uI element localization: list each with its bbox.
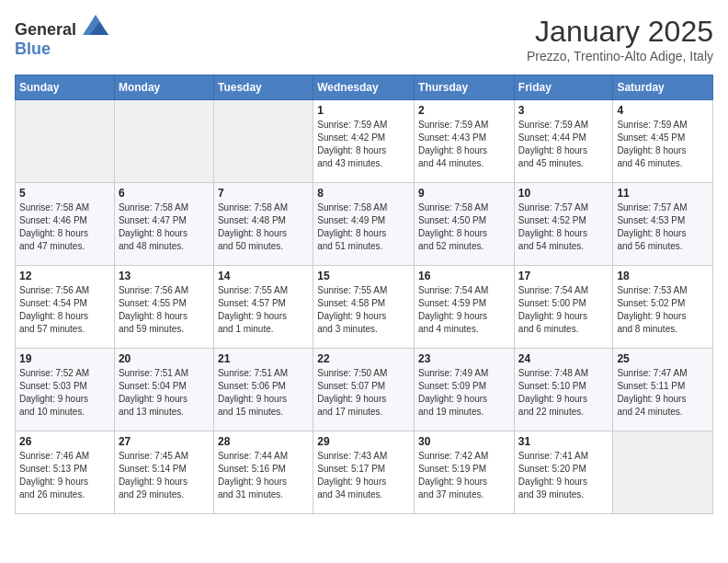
- calendar-week-row: 19Sunrise: 7:52 AM Sunset: 5:03 PM Dayli…: [16, 349, 713, 431]
- day-number: 12: [19, 270, 110, 282]
- weekday-header-monday: Monday: [114, 75, 213, 100]
- calendar-cell: 22Sunrise: 7:50 AM Sunset: 5:07 PM Dayli…: [313, 349, 415, 431]
- day-info: Sunrise: 7:58 AM Sunset: 4:48 PM Dayligh…: [218, 201, 309, 253]
- day-number: 9: [418, 187, 510, 200]
- day-info: Sunrise: 7:46 AM Sunset: 5:13 PM Dayligh…: [19, 450, 110, 501]
- day-info: Sunrise: 7:54 AM Sunset: 4:59 PM Dayligh…: [418, 284, 510, 336]
- calendar-cell: 9Sunrise: 7:58 AM Sunset: 4:50 PM Daylig…: [415, 183, 515, 266]
- day-info: Sunrise: 7:58 AM Sunset: 4:50 PM Dayligh…: [418, 201, 510, 253]
- calendar-cell: 11Sunrise: 7:57 AM Sunset: 4:53 PM Dayli…: [613, 183, 713, 266]
- calendar-cell: 10Sunrise: 7:57 AM Sunset: 4:52 PM Dayli…: [514, 183, 613, 266]
- calendar-cell: 2Sunrise: 7:59 AM Sunset: 4:43 PM Daylig…: [415, 100, 515, 183]
- day-info: Sunrise: 7:57 AM Sunset: 4:53 PM Dayligh…: [617, 201, 709, 253]
- calendar-week-row: 26Sunrise: 7:46 AM Sunset: 5:13 PM Dayli…: [16, 431, 713, 514]
- day-info: Sunrise: 7:59 AM Sunset: 4:42 PM Dayligh…: [317, 119, 410, 170]
- day-info: Sunrise: 7:49 AM Sunset: 5:09 PM Dayligh…: [418, 367, 510, 419]
- logo-general: General: [15, 20, 76, 39]
- calendar-week-row: 12Sunrise: 7:56 AM Sunset: 4:54 PM Dayli…: [16, 266, 713, 349]
- weekday-header-sunday: Sunday: [16, 75, 115, 100]
- calendar-cell: [613, 431, 713, 514]
- day-info: Sunrise: 7:51 AM Sunset: 5:06 PM Dayligh…: [218, 367, 309, 419]
- day-number: 30: [418, 435, 510, 448]
- day-info: Sunrise: 7:42 AM Sunset: 5:19 PM Dayligh…: [418, 450, 510, 501]
- day-number: 26: [19, 435, 110, 448]
- calendar-cell: 4Sunrise: 7:59 AM Sunset: 4:45 PM Daylig…: [613, 100, 713, 183]
- calendar-cell: 1Sunrise: 7:59 AM Sunset: 4:42 PM Daylig…: [313, 100, 415, 183]
- title-section: January 2025 Prezzo, Trentino-Alto Adige…: [527, 15, 713, 63]
- day-number: 11: [617, 187, 709, 200]
- day-info: Sunrise: 7:54 AM Sunset: 5:00 PM Dayligh…: [518, 284, 609, 336]
- day-number: 25: [617, 352, 709, 365]
- calendar-cell: 5Sunrise: 7:58 AM Sunset: 4:46 PM Daylig…: [16, 183, 115, 266]
- calendar-cell: 14Sunrise: 7:55 AM Sunset: 4:57 PM Dayli…: [213, 266, 313, 349]
- day-number: 20: [119, 352, 210, 365]
- day-info: Sunrise: 7:50 AM Sunset: 5:07 PM Dayligh…: [317, 367, 410, 419]
- calendar-cell: 8Sunrise: 7:58 AM Sunset: 4:49 PM Daylig…: [313, 183, 415, 266]
- day-info: Sunrise: 7:52 AM Sunset: 5:03 PM Dayligh…: [19, 367, 110, 419]
- day-number: 8: [317, 187, 410, 200]
- day-info: Sunrise: 7:59 AM Sunset: 4:43 PM Dayligh…: [418, 119, 510, 170]
- day-number: 7: [218, 187, 309, 200]
- day-info: Sunrise: 7:45 AM Sunset: 5:14 PM Dayligh…: [119, 450, 210, 501]
- calendar-table: SundayMondayTuesdayWednesdayThursdayFrid…: [15, 75, 713, 514]
- page-header: General Blue January 2025 Prezzo, Trenti…: [15, 15, 713, 63]
- day-info: Sunrise: 7:58 AM Sunset: 4:46 PM Dayligh…: [19, 201, 110, 253]
- calendar-cell: 6Sunrise: 7:58 AM Sunset: 4:47 PM Daylig…: [114, 183, 213, 266]
- calendar-cell: 23Sunrise: 7:49 AM Sunset: 5:09 PM Dayli…: [415, 349, 515, 431]
- calendar-cell: 30Sunrise: 7:42 AM Sunset: 5:19 PM Dayli…: [415, 431, 515, 514]
- calendar-cell: 7Sunrise: 7:58 AM Sunset: 4:48 PM Daylig…: [213, 183, 313, 266]
- calendar-cell: 19Sunrise: 7:52 AM Sunset: 5:03 PM Dayli…: [16, 349, 115, 431]
- calendar-cell: 3Sunrise: 7:59 AM Sunset: 4:44 PM Daylig…: [514, 100, 613, 183]
- calendar-cell: 31Sunrise: 7:41 AM Sunset: 5:20 PM Dayli…: [514, 431, 613, 514]
- day-info: Sunrise: 7:57 AM Sunset: 4:52 PM Dayligh…: [518, 201, 609, 253]
- calendar-cell: 13Sunrise: 7:56 AM Sunset: 4:55 PM Dayli…: [114, 266, 213, 349]
- day-info: Sunrise: 7:56 AM Sunset: 4:54 PM Dayligh…: [19, 284, 110, 336]
- weekday-header-thursday: Thursday: [415, 75, 515, 100]
- calendar-week-row: 1Sunrise: 7:59 AM Sunset: 4:42 PM Daylig…: [16, 100, 713, 183]
- day-info: Sunrise: 7:58 AM Sunset: 4:47 PM Dayligh…: [119, 201, 210, 253]
- day-info: Sunrise: 7:41 AM Sunset: 5:20 PM Dayligh…: [518, 450, 609, 501]
- logo-blue: Blue: [15, 40, 51, 58]
- calendar-cell: [213, 100, 313, 183]
- day-info: Sunrise: 7:59 AM Sunset: 4:45 PM Dayligh…: [617, 119, 709, 170]
- calendar-cell: 26Sunrise: 7:46 AM Sunset: 5:13 PM Dayli…: [16, 431, 115, 514]
- day-number: 18: [617, 270, 709, 282]
- location-subtitle: Prezzo, Trentino-Alto Adige, Italy: [527, 49, 713, 63]
- day-number: 17: [518, 270, 609, 282]
- day-number: 22: [317, 352, 410, 365]
- calendar-week-row: 5Sunrise: 7:58 AM Sunset: 4:46 PM Daylig…: [16, 183, 713, 266]
- day-info: Sunrise: 7:53 AM Sunset: 5:02 PM Dayligh…: [617, 284, 709, 336]
- day-number: 1: [317, 104, 410, 117]
- calendar-cell: 16Sunrise: 7:54 AM Sunset: 4:59 PM Dayli…: [415, 266, 515, 349]
- day-info: Sunrise: 7:48 AM Sunset: 5:10 PM Dayligh…: [518, 367, 609, 419]
- calendar-cell: 12Sunrise: 7:56 AM Sunset: 4:54 PM Dayli…: [16, 266, 115, 349]
- day-number: 19: [19, 352, 110, 365]
- day-number: 6: [119, 187, 210, 200]
- day-number: 13: [119, 270, 210, 282]
- day-info: Sunrise: 7:47 AM Sunset: 5:11 PM Dayligh…: [617, 367, 709, 419]
- calendar-cell: 28Sunrise: 7:44 AM Sunset: 5:16 PM Dayli…: [213, 431, 313, 514]
- calendar-cell: [114, 100, 213, 183]
- calendar-cell: 15Sunrise: 7:55 AM Sunset: 4:58 PM Dayli…: [313, 266, 415, 349]
- weekday-header-friday: Friday: [514, 75, 613, 100]
- calendar-cell: 29Sunrise: 7:43 AM Sunset: 5:17 PM Dayli…: [313, 431, 415, 514]
- day-info: Sunrise: 7:55 AM Sunset: 4:57 PM Dayligh…: [218, 284, 309, 336]
- day-info: Sunrise: 7:58 AM Sunset: 4:49 PM Dayligh…: [317, 201, 410, 253]
- logo-text: General Blue: [15, 15, 108, 59]
- logo-icon: [83, 15, 108, 35]
- calendar-cell: 24Sunrise: 7:48 AM Sunset: 5:10 PM Dayli…: [514, 349, 613, 431]
- day-number: 2: [418, 104, 510, 117]
- calendar-cell: 17Sunrise: 7:54 AM Sunset: 5:00 PM Dayli…: [514, 266, 613, 349]
- day-info: Sunrise: 7:59 AM Sunset: 4:44 PM Dayligh…: [518, 119, 609, 170]
- day-number: 10: [518, 187, 609, 200]
- calendar-cell: [16, 100, 115, 183]
- weekday-header-saturday: Saturday: [613, 75, 713, 100]
- calendar-cell: 20Sunrise: 7:51 AM Sunset: 5:04 PM Dayli…: [114, 349, 213, 431]
- calendar-cell: 27Sunrise: 7:45 AM Sunset: 5:14 PM Dayli…: [114, 431, 213, 514]
- day-number: 14: [218, 270, 309, 282]
- day-number: 3: [518, 104, 609, 117]
- day-number: 28: [218, 435, 309, 448]
- day-info: Sunrise: 7:56 AM Sunset: 4:55 PM Dayligh…: [119, 284, 210, 336]
- weekday-header-tuesday: Tuesday: [213, 75, 313, 100]
- day-number: 16: [418, 270, 510, 282]
